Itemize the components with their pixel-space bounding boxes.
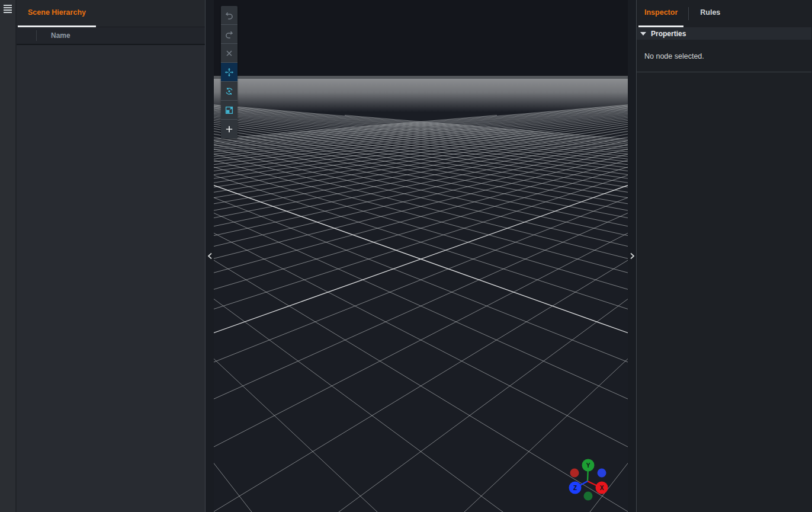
hamburger-icon xyxy=(4,5,12,13)
name-column-header: Name xyxy=(51,31,70,40)
translate-button[interactable] xyxy=(221,63,237,82)
tab-rules[interactable]: Rules xyxy=(694,0,726,27)
hierarchy-table-header: Name xyxy=(17,27,205,45)
delete-button[interactable] xyxy=(221,44,237,63)
add-object-button[interactable] xyxy=(221,120,237,139)
section-divider xyxy=(637,72,811,72)
properties-section-title: Properties xyxy=(651,30,686,38)
x-axis-label: X xyxy=(600,485,604,491)
collapse-left-button[interactable] xyxy=(206,248,214,264)
delete-icon xyxy=(224,49,234,58)
menu-button[interactable] xyxy=(0,0,15,18)
neg-y-axis-handle[interactable] xyxy=(584,492,593,501)
left-rail xyxy=(0,0,17,512)
3d-viewport-canvas[interactable]: Y X Z xyxy=(214,0,628,512)
neg-z-axis-handle[interactable] xyxy=(598,469,606,478)
redo-button[interactable] xyxy=(221,25,237,44)
scale-button[interactable] xyxy=(221,101,237,120)
right-collapse-strip xyxy=(628,0,636,512)
tab-scene-hierarchy[interactable]: Scene Hierarchy xyxy=(18,0,96,27)
neg-x-axis-handle[interactable] xyxy=(570,469,579,478)
hierarchy-tree-empty[interactable] xyxy=(17,45,205,512)
inspector-tabbar: Inspector Rules xyxy=(637,0,811,27)
undo-icon xyxy=(224,11,234,20)
undo-button[interactable] xyxy=(221,6,237,25)
scale-icon xyxy=(224,105,234,115)
y-axis-label: Y xyxy=(586,462,590,469)
properties-empty-state: No node selected. xyxy=(637,40,811,60)
z-axis-label: Z xyxy=(573,485,577,491)
viewport-toolbar xyxy=(221,6,237,139)
move-icon xyxy=(224,68,234,77)
redo-icon xyxy=(224,30,234,39)
3d-viewport[interactable]: Y X Z xyxy=(214,0,628,512)
column-divider xyxy=(36,30,37,41)
tab-divider xyxy=(688,7,689,20)
properties-section-header[interactable]: Properties xyxy=(637,27,811,40)
inspector-panel: Inspector Rules Properties No node selec… xyxy=(636,0,811,512)
tab-inspector[interactable]: Inspector xyxy=(638,0,683,27)
chevron-right-icon xyxy=(630,252,635,260)
triangle-down-icon xyxy=(640,32,646,36)
left-collapse-strip xyxy=(206,0,214,512)
horizon-edge xyxy=(214,76,628,79)
sky xyxy=(214,0,628,79)
rotate-button[interactable] xyxy=(221,82,237,101)
chevron-left-icon xyxy=(207,252,213,260)
scene-hierarchy-panel: Scene Hierarchy Name xyxy=(17,0,206,512)
rotate-icon xyxy=(224,87,234,96)
scene-hierarchy-tabbar: Scene Hierarchy xyxy=(17,0,205,27)
collapse-right-button[interactable] xyxy=(628,248,636,264)
plus-icon xyxy=(224,124,234,134)
horizon-band xyxy=(214,79,628,112)
